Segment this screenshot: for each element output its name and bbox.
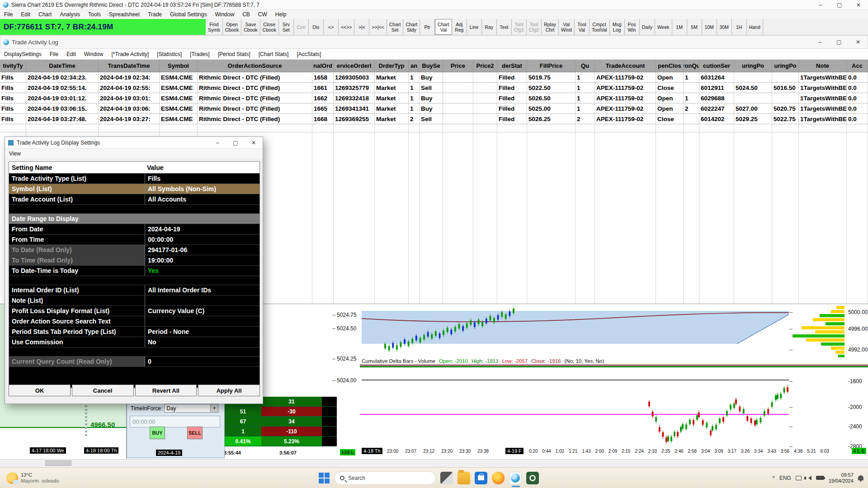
- main-minimize-button[interactable]: –: [811, 0, 830, 10]
- revert-all-button[interactable]: Revert All: [135, 385, 197, 396]
- toolbar-button-chart-stdy[interactable]: ChartStdy: [403, 19, 420, 35]
- setting-row-profit-loss-display-format-list[interactable]: Profit Loss Display Format (List)Currenc…: [9, 306, 259, 316]
- setting-value[interactable]: 294177-01-06: [145, 245, 259, 255]
- column-header-transdatetime[interactable]: TransDateTime: [99, 60, 160, 72]
- menu-item-cb[interactable]: CB: [238, 10, 254, 19]
- toolbar-button-pos-win[interactable]: PosWin: [625, 19, 640, 35]
- column-header-price[interactable]: Price: [443, 60, 473, 72]
- toolbar-button-find-symb[interactable]: FindSymb: [206, 19, 223, 35]
- setting-row-to-date-time-is-today[interactable]: To Date-Time is TodayYes: [9, 266, 259, 276]
- taskbar-clock[interactable]: 09:57 19/04/2024: [829, 472, 854, 484]
- setting-row-current-query-count-read-only[interactable]: Current Query Count (Read Only)0: [9, 357, 259, 367]
- settings-table[interactable]: Setting NameValueTrade Activity Type (Li…: [9, 161, 260, 388]
- speaker-icon[interactable]: [806, 476, 811, 480]
- table-row[interactable]: Fills2024-04-19 03:27:48.2024-04-19 03:2…: [0, 114, 868, 124]
- toolbar-button-1m[interactable]: 1M: [672, 19, 687, 35]
- main-maximize-button[interactable]: ▢: [830, 0, 849, 10]
- chevron-down-icon[interactable]: ▼: [210, 404, 218, 412]
- setting-row-internal-order-id-list[interactable]: Internal Order ID (List)All Internal Ord…: [9, 285, 259, 296]
- menu-item-global-settings[interactable]: Global Settings: [166, 10, 211, 19]
- main-close-button[interactable]: ✕: [849, 0, 868, 10]
- taskbar-app-firefox[interactable]: [492, 472, 505, 484]
- toolbar-button-1h[interactable]: 1H: [732, 19, 747, 35]
- setting-value[interactable]: No: [145, 337, 259, 347]
- start-button[interactable]: [319, 473, 330, 483]
- column-header-nalord[interactable]: nalOrd: [312, 60, 334, 72]
- toolbar-button-30m[interactable]: 30M: [717, 19, 732, 35]
- toolbar-button-adj-reg[interactable]: AdjReg: [452, 19, 467, 35]
- setting-value[interactable]: 00:00:00: [145, 235, 259, 244]
- toolbar-button-item[interactable]: <<>>: [339, 19, 355, 35]
- table-row[interactable]: Fills2024-04-19 03:01:12.2024-04-19 03:0…: [0, 93, 868, 103]
- dialog-maximize-button[interactable]: ▢: [226, 137, 245, 149]
- menu-item-help[interactable]: Help: [271, 10, 291, 19]
- tal-menu-item-period-stats[interactable]: [Period Stats]: [214, 50, 255, 58]
- setting-row-from-time[interactable]: From Time00:00:00: [9, 235, 259, 245]
- setting-value[interactable]: Period - None: [145, 327, 259, 337]
- tal-maximize-button[interactable]: ▢: [830, 37, 849, 47]
- apply-all-button[interactable]: Apply All: [198, 385, 260, 396]
- menu-item-edit[interactable]: Edit: [17, 10, 34, 19]
- battery-icon[interactable]: [816, 476, 824, 480]
- toolbar-button-item[interactable]: >>|<<: [369, 19, 387, 35]
- tal-close-button[interactable]: ✕: [849, 37, 868, 47]
- setting-value[interactable]: [145, 316, 259, 326]
- tal-menu-item-file[interactable]: File: [46, 50, 62, 58]
- column-header-qu[interactable]: Qu: [576, 60, 595, 72]
- tal-menu-item-displaysettings[interactable]: DisplaySettings: [0, 50, 46, 58]
- toolbar-button-close-cbook[interactable]: CloseCbook: [260, 19, 279, 35]
- toolbar-button-rplay-chrt[interactable]: RplayChrt: [542, 19, 559, 35]
- toolbar-button-dis[interactable]: Dis: [309, 19, 324, 35]
- menu-item-view[interactable]: View: [5, 150, 25, 158]
- column-header-drdertyp[interactable]: DrderTyp: [375, 60, 409, 72]
- column-header-price2[interactable]: Price2: [473, 60, 497, 72]
- setting-row-order-action-source-search-text[interactable]: Order Action Source Search Text: [9, 316, 259, 327]
- toolbar-button-chart-val[interactable]: ChartVal: [435, 19, 452, 35]
- setting-row-to-date-read-only[interactable]: To Date (Read Only)294177-01-06: [9, 245, 259, 255]
- tal-menu-item-trade-activity[interactable]: [*Trade Activity]: [107, 50, 153, 58]
- tal-menu-item-statistics[interactable]: [Statistics]: [153, 50, 186, 58]
- setting-value[interactable]: Yes: [145, 266, 259, 276]
- tal-menu-item-edit[interactable]: Edit: [62, 50, 80, 58]
- taskbar-app-store[interactable]: [475, 472, 487, 484]
- setting-value[interactable]: All Accounts: [145, 194, 259, 204]
- sell-button[interactable]: SELL: [187, 427, 203, 439]
- toolbar-button-hand[interactable]: Hand: [747, 19, 763, 35]
- right-chart-canvas[interactable]: [360, 304, 868, 460]
- column-header-fillprice[interactable]: FillPrice: [527, 60, 576, 72]
- column-header-acc[interactable]: Acc: [847, 60, 868, 72]
- tal-menu-item-accstats[interactable]: [AccStats]: [292, 50, 325, 58]
- network-icon[interactable]: [796, 476, 802, 480]
- setting-value[interactable]: [145, 296, 259, 305]
- tal-menu-item-trades[interactable]: [Trades]: [186, 50, 214, 58]
- cancel-button[interactable]: Cancel: [72, 385, 134, 396]
- toolbar-button-val-wind[interactable]: ValWind: [559, 19, 575, 35]
- taskbar-app-obs[interactable]: [526, 472, 539, 484]
- setting-value[interactable]: 19:00:00: [145, 255, 259, 265]
- setting-row-to-time-read-only[interactable]: To Time (Read Only)19:00:00: [9, 255, 259, 266]
- tray-chevron-up-icon[interactable]: ^: [772, 475, 775, 481]
- menu-item-tools[interactable]: Tools: [84, 10, 105, 19]
- column-header-uringpo[interactable]: uringPo: [734, 60, 772, 72]
- dialog-close-button[interactable]: ✕: [245, 137, 263, 149]
- table-row[interactable]: Fills2024-04-19 02:34:23.2024-04-19 02:3…: [0, 72, 868, 83]
- setting-row-period-stats-tab-period-type-list[interactable]: Period Stats Tab Period Type (List)Perio…: [9, 327, 259, 337]
- setting-value[interactable]: 2024-04-19: [145, 224, 259, 234]
- menu-item-window[interactable]: Window: [211, 10, 238, 19]
- horizontal-scrollbar-strip[interactable]: [0, 459, 868, 467]
- menu-item-trade[interactable]: Trade: [144, 10, 166, 19]
- tif-dropdown[interactable]: Day ▼: [164, 404, 218, 413]
- toolbar-button-srv-set[interactable]: SrvSet: [279, 19, 294, 35]
- toolbar-button-5m[interactable]: 5M: [687, 19, 702, 35]
- toolbar-button-week[interactable]: Week: [655, 19, 672, 35]
- column-header-cutionser[interactable]: cutionSer: [699, 60, 734, 72]
- toolbar-button-line[interactable]: Line: [467, 19, 482, 35]
- toolbar-button-open-cbook[interactable]: OpenCbook: [223, 19, 241, 35]
- notifications-bell-icon[interactable]: [858, 475, 863, 480]
- setting-row-from-date[interactable]: From Date2024-04-19: [9, 224, 259, 235]
- menu-item-chart[interactable]: Chart: [34, 10, 56, 19]
- toolbar-button-ptr[interactable]: Ptr: [420, 19, 435, 35]
- table-row[interactable]: Fills2024-04-19 03:06:15.2024-04-19 03:0…: [0, 103, 868, 114]
- column-header-tradeaccount[interactable]: TradeAccount: [595, 60, 656, 72]
- language-indicator[interactable]: ENG: [779, 475, 791, 481]
